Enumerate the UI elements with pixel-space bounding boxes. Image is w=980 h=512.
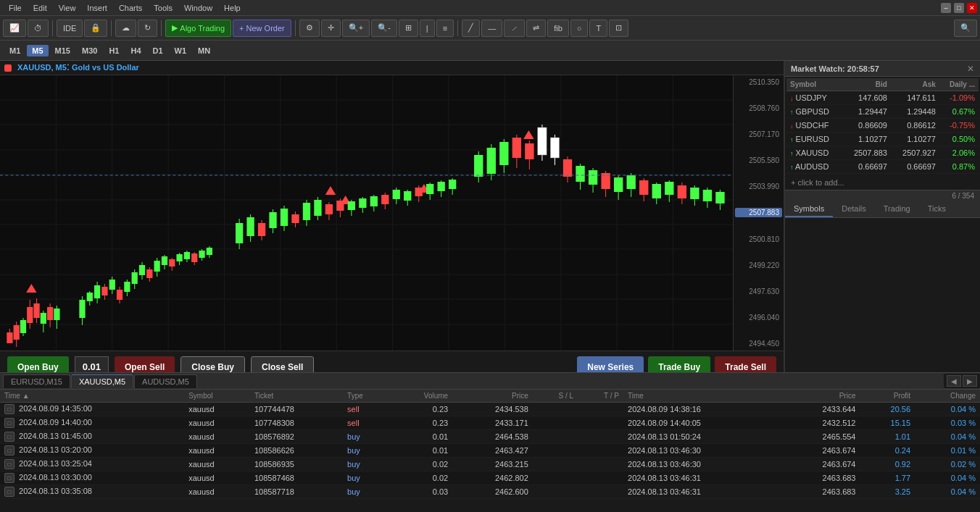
mw-tab-trading[interactable]: Trading bbox=[875, 201, 919, 217]
close-sell-button[interactable]: Close Sell bbox=[251, 356, 314, 373]
mw-row-xauusd[interactable]: ↑ XAUUSD 2507.883 2507.927 2.06% bbox=[786, 146, 979, 160]
mw-add-symbol[interactable]: + click to add... bbox=[785, 175, 980, 190]
search-button[interactable]: 🔍 bbox=[954, 20, 977, 37]
nav-next[interactable]: ▶ bbox=[963, 375, 977, 387]
menu-item-tools[interactable]: Tools bbox=[148, 2, 178, 14]
draw-trend-button[interactable]: ⟋ bbox=[504, 20, 525, 37]
menu-item-insert[interactable]: Insert bbox=[81, 2, 113, 14]
mw-tab-ticks[interactable]: Ticks bbox=[919, 201, 955, 217]
sync-button[interactable]: ☁ bbox=[115, 20, 136, 37]
tf-m5[interactable]: M5 bbox=[27, 45, 48, 56]
lot-size-input[interactable]: 0.01 bbox=[75, 356, 109, 373]
trade-table-scroll[interactable]: Time ▲ Symbol Ticket Type Volume Price S… bbox=[0, 390, 980, 512]
td-type: buy bbox=[343, 430, 389, 444]
lock-button[interactable]: 🔒 bbox=[84, 20, 107, 37]
mw-row-gbpusd[interactable]: ↑ GBPUSD 1.29447 1.29448 0.67% bbox=[786, 105, 979, 119]
trade-row[interactable]: □ 2024.08.09 14:40:00 xauusd 107748308 s… bbox=[0, 416, 980, 430]
maximize-button[interactable]: □ bbox=[954, 3, 964, 13]
svg-rect-55 bbox=[117, 290, 122, 300]
menu-item-edit[interactable]: Edit bbox=[28, 2, 53, 14]
menu-item-help[interactable]: Help bbox=[218, 2, 246, 14]
trade-buy-button[interactable]: Trade Buy bbox=[648, 356, 710, 373]
draw-line-button[interactable]: ╱ bbox=[462, 20, 480, 37]
shapes-button[interactable]: ○ bbox=[570, 20, 589, 37]
trade-row[interactable]: □ 2024.08.13 03:20:00 xauusd 108586626 b… bbox=[0, 444, 980, 458]
svg-rect-129 bbox=[525, 143, 533, 159]
price-2505: 2505.580 bbox=[735, 156, 782, 164]
tf-w1[interactable]: W1 bbox=[170, 45, 192, 56]
zoom-in-button[interactable]: 🔍+ bbox=[342, 20, 370, 37]
tf-h4[interactable]: H4 bbox=[125, 45, 146, 56]
period-sep-button[interactable]: | bbox=[420, 20, 435, 37]
close-buy-button[interactable]: Close Buy bbox=[180, 356, 245, 373]
td-close-time: 2024.08.13 03:46:31 bbox=[623, 485, 780, 499]
nav-prev[interactable]: ◀ bbox=[947, 375, 961, 387]
td-sl bbox=[533, 471, 578, 485]
timeframe-button[interactable]: ⏱ bbox=[28, 20, 49, 37]
menu-item-window[interactable]: Window bbox=[178, 2, 218, 14]
tf-m15[interactable]: M15 bbox=[50, 45, 75, 56]
fibonacci-button[interactable]: fib bbox=[547, 20, 569, 37]
trade-row[interactable]: □ 2024.08.13 03:35:08 xauusd 108587718 b… bbox=[0, 485, 980, 499]
tf-m30[interactable]: M30 bbox=[77, 45, 102, 56]
td-sl bbox=[533, 485, 578, 499]
chart-tab-eurusd[interactable]: EURUSD,M15 bbox=[3, 374, 70, 388]
svg-rect-93 bbox=[303, 203, 310, 220]
mw-tab-details[interactable]: Details bbox=[833, 201, 875, 217]
refresh-button[interactable]: ↻ bbox=[138, 20, 157, 37]
td-tp bbox=[578, 444, 623, 458]
tf-mn[interactable]: MN bbox=[193, 45, 215, 56]
chart-container[interactable]: XAUUSD, M5⁚ Gold vs US Dollar Buy profit… bbox=[0, 61, 784, 372]
chart-tab-audusd[interactable]: AUDUSD,M5 bbox=[134, 374, 197, 388]
chart-tab-xauusd[interactable]: XAUUSD,M5 bbox=[71, 374, 133, 388]
mw-row-audusd[interactable]: ↑ AUDUSD 0.66697 0.66697 0.87% bbox=[786, 160, 979, 174]
ide-button[interactable]: IDE bbox=[57, 20, 83, 37]
chart-canvas[interactable]: Buy profit: 0.00 Sell profit: 0.00 Trend… bbox=[0, 75, 784, 351]
trade-sell-button[interactable]: Trade Sell bbox=[715, 356, 776, 373]
svg-rect-91 bbox=[291, 214, 299, 223]
tf-h1[interactable]: H1 bbox=[104, 45, 124, 56]
mw-tab-symbols[interactable]: Symbols bbox=[785, 201, 833, 217]
td-volume: 0.01 bbox=[389, 444, 452, 458]
new-order-button[interactable]: + New Order bbox=[233, 20, 291, 37]
td-symbol: xauusd bbox=[184, 458, 250, 471]
trade-row[interactable]: □ 2024.08.09 14:35:00 xauusd 107744478 s… bbox=[0, 403, 980, 416]
trade-row[interactable]: □ 2024.08.13 03:30:00 xauusd 108587468 b… bbox=[0, 471, 980, 485]
mw-row-eurusd[interactable]: ↑ EURUSD 1.10277 1.10277 0.50% bbox=[786, 133, 979, 146]
algo-trading-button[interactable]: ▶ Algo Trading bbox=[165, 20, 231, 37]
trade-row[interactable]: □ 2024.08.13 03:25:04 xauusd 108586935 b… bbox=[0, 458, 980, 471]
grid-button[interactable]: ⊞ bbox=[399, 20, 418, 37]
menu-item-view[interactable]: View bbox=[53, 2, 82, 14]
svg-rect-155 bbox=[690, 188, 699, 199]
candlestick-chart[interactable] bbox=[0, 75, 733, 351]
new-series-button[interactable]: New Series bbox=[577, 356, 644, 373]
open-buy-button[interactable]: Open Buy bbox=[7, 356, 69, 373]
minimize-button[interactable]: – bbox=[941, 3, 951, 13]
sep4 bbox=[295, 20, 296, 36]
tf-d1[interactable]: D1 bbox=[148, 45, 168, 56]
open-sell-button[interactable]: Open Sell bbox=[115, 356, 175, 373]
mw-symbol-gbpusd: ↑ GBPUSD bbox=[786, 105, 842, 119]
text-button[interactable]: T bbox=[589, 20, 607, 37]
tf-m1[interactable]: M1 bbox=[4, 45, 25, 56]
td-price: 2433.171 bbox=[452, 416, 533, 430]
objects-button[interactable]: ⊡ bbox=[609, 20, 628, 37]
mw-row-usdjpy[interactable]: ↓ USDJPY 147.608 147.611 -1.09% bbox=[786, 91, 979, 105]
mw-row-usdchf[interactable]: ↓ USDCHF 0.86609 0.86612 -0.75% bbox=[786, 119, 979, 133]
menu-item-file[interactable]: File bbox=[3, 2, 28, 14]
new-chart-button[interactable]: 📈 bbox=[3, 20, 26, 37]
trade-row[interactable]: □ 2024.08.13 01:45:00 xauusd 108576892 b… bbox=[0, 430, 980, 444]
market-watch-close[interactable]: ✕ bbox=[967, 64, 974, 74]
crosshair-button[interactable]: ✛ bbox=[321, 20, 341, 37]
td-close-price: 2463.683 bbox=[780, 485, 860, 499]
td-close-time: 2024.08.09 14:40:05 bbox=[623, 416, 780, 430]
draw-channel-button[interactable]: ⇌ bbox=[526, 20, 546, 37]
svg-rect-115 bbox=[426, 184, 433, 194]
chart-type-button[interactable]: ≡ bbox=[436, 20, 454, 37]
td-change: 0.04 % bbox=[915, 485, 980, 499]
zoom-out-button[interactable]: 🔍- bbox=[371, 20, 397, 37]
properties-button[interactable]: ⚙ bbox=[299, 20, 320, 37]
draw-hline-button[interactable]: — bbox=[481, 20, 502, 37]
menu-item-charts[interactable]: Charts bbox=[113, 2, 148, 14]
close-button[interactable]: ✕ bbox=[967, 3, 977, 13]
